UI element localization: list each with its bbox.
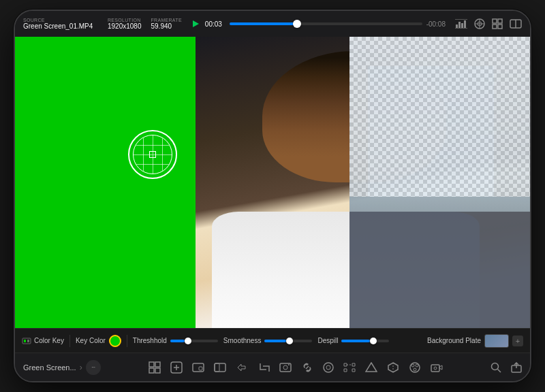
mask-tool-button[interactable] — [343, 363, 356, 372]
color-key-icon — [22, 338, 31, 344]
time-current: 00:03 — [205, 20, 225, 28]
svg-rect-17 — [24, 340, 26, 342]
play-icon — [193, 20, 199, 27]
svg-point-38 — [411, 364, 414, 367]
smoothness-slider[interactable] — [264, 340, 312, 342]
svg-rect-27 — [199, 367, 202, 370]
reverse-button[interactable] — [236, 363, 248, 372]
svg-point-33 — [324, 363, 333, 372]
right-tools — [490, 362, 522, 373]
despill-thumb[interactable] — [370, 338, 377, 344]
layout-tool-button[interactable] — [214, 363, 226, 372]
controls-bar: Color Key Key Color Threshhold Smoothnes… — [15, 328, 530, 353]
svg-rect-5 — [455, 28, 467, 29]
svg-point-32 — [288, 364, 290, 365]
project-options-button[interactable]: ··· — [86, 360, 101, 375]
color-picker-grid — [133, 135, 172, 174]
background-plate-label: Background Plate — [427, 337, 481, 344]
svg-rect-21 — [149, 368, 154, 373]
grid-button[interactable] — [492, 18, 503, 29]
svg-rect-10 — [493, 19, 497, 23]
color-picker-circle — [128, 130, 177, 179]
play-controls: 00:03 -00:08 — [191, 19, 446, 29]
svg-point-39 — [416, 364, 418, 367]
framerate-label: FRAMERATE — [151, 18, 182, 22]
project-name-section: Green Screen... › ··· — [23, 360, 101, 375]
framerate-info: FRAMERATE 59.940 — [151, 18, 182, 30]
svg-point-31 — [283, 365, 287, 370]
top-bar: SOURCE Green Screen_01.MP4 RESOLUTION 19… — [15, 11, 530, 37]
svg-rect-1 — [458, 22, 461, 28]
source-info: SOURCE Green Screen_01.MP4 — [23, 18, 98, 30]
timeline-thumb[interactable] — [293, 20, 301, 28]
svg-rect-13 — [498, 24, 502, 29]
background-plate-add-button[interactable]: + — [512, 336, 523, 346]
key-color-swatch[interactable] — [109, 335, 121, 347]
transparency-checker — [349, 37, 530, 197]
source-label: SOURCE — [23, 18, 98, 22]
add-icon: + — [516, 337, 520, 345]
play-button[interactable] — [191, 19, 201, 29]
threshold-slider[interactable] — [170, 340, 218, 342]
despill-label: Despill — [317, 337, 338, 344]
view-toolbar — [455, 18, 522, 29]
audio-tool-button[interactable] — [323, 362, 334, 373]
svg-point-40 — [414, 368, 416, 371]
svg-rect-20 — [155, 362, 160, 367]
center-crosshair — [149, 151, 156, 158]
background-plate-thumbnail[interactable] — [484, 334, 509, 348]
key-color-label: Key Color — [76, 337, 106, 344]
svg-point-42 — [434, 367, 437, 370]
svg-rect-3 — [464, 20, 466, 28]
threshold-fill — [170, 340, 185, 342]
background-plate-section: Background Plate + — [427, 334, 523, 348]
svg-rect-12 — [493, 24, 497, 29]
video-area — [15, 37, 530, 328]
timeline-track[interactable] — [230, 22, 422, 25]
svg-rect-41 — [431, 365, 439, 372]
resolution-info: RESOLUTION 1920x1080 — [108, 18, 142, 30]
despill-section: Despill — [317, 337, 389, 344]
svg-line-44 — [498, 369, 501, 372]
despill-fill — [341, 340, 370, 342]
bottom-toolbar: Green Screen... › ··· — [15, 353, 530, 381]
source-value: Green Screen_01.MP4 — [23, 22, 98, 30]
export-button[interactable] — [511, 362, 522, 373]
effects-tool-button[interactable] — [409, 361, 421, 374]
shape-tool-button[interactable] — [365, 362, 377, 373]
threshold-section: Threshhold — [133, 337, 218, 344]
smoothness-fill — [264, 340, 286, 342]
camera-tool-button[interactable] — [431, 363, 443, 372]
svg-rect-4 — [455, 19, 467, 20]
3d-tool-button[interactable] — [387, 361, 399, 374]
svg-point-43 — [492, 363, 499, 370]
svg-rect-11 — [498, 19, 502, 23]
dots-icon: ··· — [91, 363, 95, 371]
crop-tool-button[interactable] — [258, 363, 270, 372]
pip-tool-button[interactable] — [192, 363, 204, 372]
threshold-thumb[interactable] — [185, 338, 191, 344]
chevron-icon: › — [80, 363, 82, 372]
search-button[interactable] — [490, 362, 501, 373]
svg-rect-16 — [22, 338, 31, 344]
time-end: -00:08 — [426, 20, 446, 28]
split-view-button[interactable] — [510, 19, 522, 29]
grid-tool-button[interactable] — [149, 361, 161, 374]
separator-1 — [69, 335, 70, 347]
center-tools — [101, 361, 490, 374]
color-key-label: Color Key — [34, 337, 64, 344]
add-tool-button[interactable] — [170, 361, 183, 374]
svg-point-34 — [326, 365, 330, 370]
separator-2 — [127, 335, 127, 347]
link-tool-button[interactable] — [301, 363, 313, 372]
timeline-progress — [230, 22, 297, 25]
color-wheels-button[interactable] — [474, 18, 485, 29]
despill-slider[interactable] — [341, 340, 389, 342]
histogram-button[interactable] — [455, 19, 467, 29]
smoothness-thumb[interactable] — [286, 338, 293, 344]
photo-tool-button[interactable] — [279, 363, 292, 372]
svg-rect-19 — [149, 362, 154, 367]
svg-rect-18 — [27, 340, 29, 342]
svg-rect-0 — [456, 24, 458, 28]
video-composite — [15, 37, 530, 328]
